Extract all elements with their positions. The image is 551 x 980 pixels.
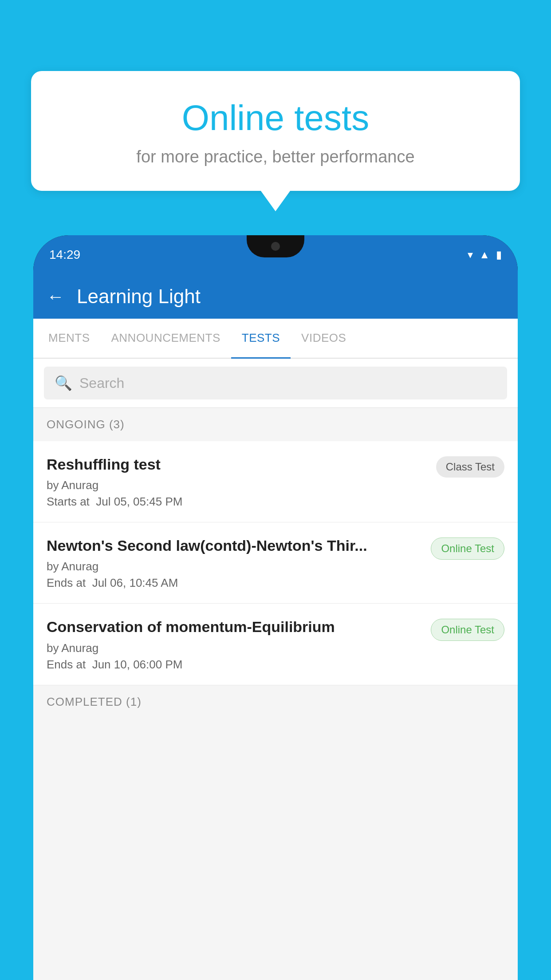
test-badge-1: Class Test — [436, 456, 504, 478]
test-author-3: by Anurag — [47, 641, 424, 655]
tab-bar: MENTS ANNOUNCEMENTS TESTS VIDEOS — [33, 319, 518, 359]
phone-notch — [247, 235, 304, 257]
search-placeholder: Search — [79, 375, 124, 391]
test-info-1: Reshuffling test by Anurag Starts at Jul… — [47, 454, 429, 509]
status-time: 14:29 — [49, 248, 80, 262]
app-bar: ← Learning Light — [33, 274, 518, 319]
test-card-2[interactable]: Newton's Second law(contd)-Newton's Thir… — [33, 522, 518, 604]
test-badge-3: Online Test — [431, 619, 504, 641]
completed-section-label: COMPLETED (1) — [33, 685, 518, 719]
tab-assignments[interactable]: MENTS — [38, 319, 101, 359]
search-bar[interactable]: 🔍 Search — [44, 367, 507, 399]
back-button[interactable]: ← — [47, 287, 64, 307]
bubble-title: Online tests — [53, 98, 498, 138]
test-badge-2: Online Test — [431, 537, 504, 560]
app-bar-title: Learning Light — [77, 285, 201, 308]
test-time-2: Ends at Jul 06, 10:45 AM — [47, 576, 424, 590]
test-card-1[interactable]: Reshuffling test by Anurag Starts at Jul… — [33, 441, 518, 522]
test-info-3: Conservation of momentum-Equilibrium by … — [47, 617, 424, 671]
test-title-2: Newton's Second law(contd)-Newton's Thir… — [47, 536, 424, 555]
test-time-1: Starts at Jul 05, 05:45 PM — [47, 495, 429, 509]
tab-announcements[interactable]: ANNOUNCEMENTS — [101, 319, 231, 359]
phone-frame: 14:29 ▾ ▲ ▮ ← Learning Light MENTS ANNOU… — [33, 235, 518, 980]
bubble-subtitle: for more practice, better performance — [53, 147, 498, 166]
status-bar: 14:29 ▾ ▲ ▮ — [33, 235, 518, 274]
tab-tests[interactable]: TESTS — [231, 319, 291, 359]
test-title-3: Conservation of momentum-Equilibrium — [47, 617, 424, 636]
signal-icon: ▲ — [479, 249, 490, 261]
wifi-icon: ▾ — [468, 249, 473, 261]
status-icons: ▾ ▲ ▮ — [468, 249, 502, 261]
test-title-1: Reshuffling test — [47, 454, 429, 474]
ongoing-section-label: ONGOING (3) — [33, 408, 518, 441]
battery-icon: ▮ — [496, 249, 502, 261]
camera — [271, 242, 280, 251]
test-author-2: by Anurag — [47, 560, 424, 573]
test-info-2: Newton's Second law(contd)-Newton's Thir… — [47, 536, 424, 590]
speech-bubble: Online tests for more practice, better p… — [31, 71, 520, 191]
test-card-3[interactable]: Conservation of momentum-Equilibrium by … — [33, 604, 518, 685]
test-author-1: by Anurag — [47, 478, 429, 492]
search-icon: 🔍 — [55, 375, 72, 391]
screen-content: 🔍 Search ONGOING (3) Reshuffling test by… — [33, 359, 518, 980]
test-time-3: Ends at Jun 10, 06:00 PM — [47, 658, 424, 672]
search-bar-wrap: 🔍 Search — [33, 359, 518, 408]
tab-videos[interactable]: VIDEOS — [291, 319, 357, 359]
